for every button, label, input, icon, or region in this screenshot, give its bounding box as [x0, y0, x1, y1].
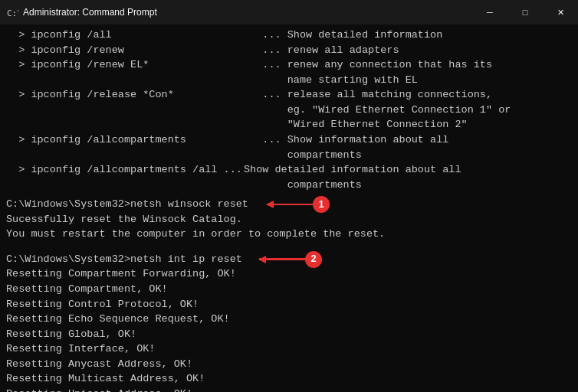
cmd-line-1: C:\Windows\System32>netsh winsock reset … — [6, 197, 572, 212]
list-item: > ipconfig /release *Con* ... release al… — [6, 87, 572, 103]
cmd-icon: C:\ — [6, 6, 18, 18]
output-line: Sucessfully reset the Winsock Catalog. — [6, 212, 572, 227]
list-item: eg. "Wired Ethernet Connection 1" or — [6, 103, 572, 118]
output-line: Resetting Interface, OK! — [6, 341, 572, 357]
title-bar-left: C:\ Administrator: Command Prompt — [6, 6, 157, 18]
command-prompt-window: C:\ Administrator: Command Prompt ─ □ ✕ … — [0, 0, 578, 392]
badge-1: 1 — [313, 196, 330, 213]
window-controls: ─ □ ✕ — [472, 0, 578, 24]
list-item: > ipconfig /allcompartments ... Show inf… — [6, 132, 572, 148]
output-line: Resetting Multicast Address, OK! — [6, 371, 572, 387]
minimize-button[interactable]: ─ — [472, 0, 507, 24]
prompt-1: C:\Windows\System32> — [6, 197, 130, 212]
list-item: > ipconfig /allcompartments /all ... Sho… — [6, 162, 572, 178]
arrowhead-1 — [266, 201, 274, 208]
output-line: You must restart the computer in order t… — [6, 227, 572, 242]
window-title: Administrator: Command Prompt — [23, 7, 157, 18]
list-item: compartments — [6, 148, 572, 163]
list-item: "Wired Ethernet Connection 2" — [6, 117, 572, 132]
output-line: Resetting Echo Sequence Request, OK! — [6, 312, 572, 327]
annotation-1: 1 — [267, 196, 330, 213]
command-2: netsh int ip reset — [130, 252, 242, 267]
arrowhead-2 — [258, 256, 266, 263]
output-line: Resetting Unicast Address, OK! — [6, 387, 572, 392]
prompt-2: C:\Windows\System32> — [6, 252, 130, 267]
terminal-content[interactable]: > ipconfig /all ... Show detailed inform… — [0, 24, 578, 392]
title-bar: C:\ Administrator: Command Prompt ─ □ ✕ — [0, 0, 578, 24]
output-line: Resetting Compartment Forwarding, OK! — [6, 266, 572, 282]
arrow-line-2 — [259, 258, 305, 260]
output-line: Resetting Compartment, OK! — [6, 282, 572, 297]
maximize-button[interactable]: □ — [507, 0, 543, 24]
svg-text:C:\: C:\ — [7, 8, 18, 18]
command-1: netsh winsock reset — [130, 197, 248, 212]
output-line: Resetting Control Protocol, OK! — [6, 297, 572, 312]
list-item: > ipconfig /renew EL* ... renew any conn… — [6, 57, 572, 73]
arrow-line-1 — [267, 204, 313, 206]
annotation-2: 2 — [259, 251, 322, 268]
badge-2: 2 — [305, 251, 322, 268]
list-item: name starting with EL — [6, 73, 572, 88]
cmd-line-2: C:\Windows\System32>netsh int ip reset 2 — [6, 252, 572, 267]
output-line: Resetting Global, OK! — [6, 327, 572, 342]
list-item: > ipconfig /all ... Show detailed inform… — [6, 28, 572, 43]
list-item: compartments — [6, 178, 572, 193]
close-button[interactable]: ✕ — [543, 0, 578, 24]
output-line: Resetting Anycast Address, OK! — [6, 357, 572, 372]
list-item: > ipconfig /renew ... renew all adapters — [6, 43, 572, 58]
